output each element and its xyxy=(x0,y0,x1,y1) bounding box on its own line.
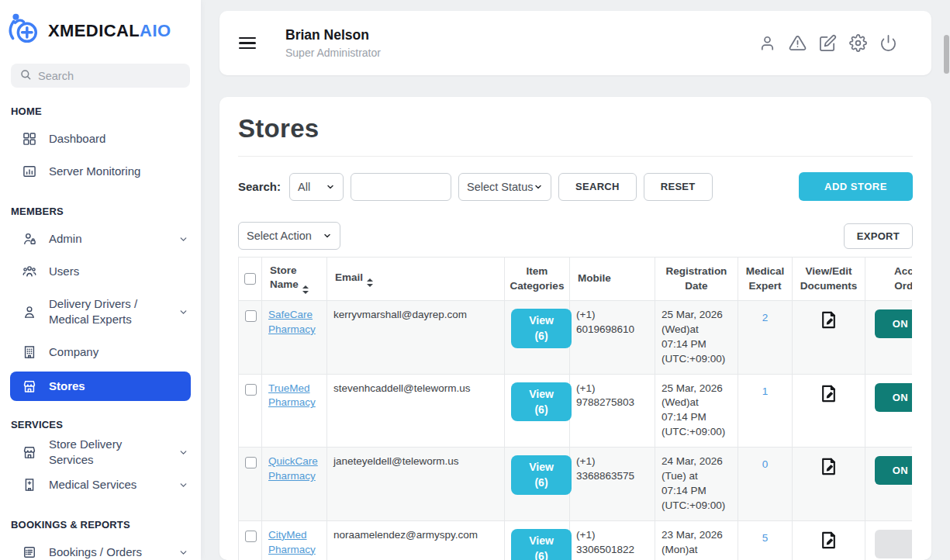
chevron-down-icon xyxy=(178,548,188,558)
reset-button[interactable]: RESET xyxy=(644,173,713,201)
table-row: TrueMed Pharmacy stevenhcaddell@teleworm… xyxy=(239,374,913,448)
add-store-button[interactable]: ADD STORE xyxy=(799,172,913,201)
registration-date-cell: 25 Mar, 2026 (Wed)at 07:14 PM (UTC:+09:0… xyxy=(655,301,738,375)
section-label-bookings: BOOKINGS & REPORTS xyxy=(11,519,190,531)
mobile-cell: (+1) 3368863575 xyxy=(570,448,655,521)
profile-icon[interactable] xyxy=(758,34,776,52)
store-name-link[interactable]: SafeCare Pharmacy xyxy=(268,309,316,335)
edit-documents-icon[interactable] xyxy=(818,309,839,335)
registration-date-cell: 24 Mar, 2026 (Tue) at 07:14 PM (UTC:+09:… xyxy=(655,448,738,521)
column-header-store-name[interactable]: Store Name xyxy=(262,258,327,301)
chevron-down-icon xyxy=(178,448,188,458)
sidebar-item-bookings-orders[interactable]: Bookings / Orders xyxy=(0,536,201,560)
select-all-checkbox[interactable] xyxy=(244,273,256,285)
column-header-email[interactable]: Email xyxy=(327,258,505,301)
export-button[interactable]: EXPORT xyxy=(844,223,913,249)
user-name: Brian Nelson xyxy=(285,27,381,43)
column-header-medical-expert: Medical Expert xyxy=(738,258,793,301)
sidebar-item-medical-services[interactable]: Medical Services xyxy=(0,468,201,501)
sidebar-search-input[interactable] xyxy=(38,70,181,82)
mobile-cell: (+1) 9788275803 xyxy=(570,374,655,448)
brand-name: XMEDICALAIO xyxy=(48,21,171,41)
accept-orders-toggle[interactable]: ON xyxy=(875,456,912,485)
stores-table: Store Name Email Item Categories Mobile … xyxy=(238,257,912,560)
section-label-services: SERVICES xyxy=(11,419,190,430)
email-cell: kerryvmarshall@dayrep.com xyxy=(327,301,505,375)
view-categories-button[interactable]: View (6) xyxy=(511,382,572,422)
edit-documents-icon[interactable] xyxy=(818,456,839,482)
view-categories-button[interactable]: View (6) xyxy=(511,529,572,560)
table-row: SafeCare Pharmacy kerryvmarshall@dayrep.… xyxy=(239,301,913,375)
medical-expert-link[interactable]: 2 xyxy=(762,312,769,323)
search-icon xyxy=(19,68,32,84)
sort-icon[interactable] xyxy=(302,285,309,294)
store-icon xyxy=(22,379,37,394)
store-name-link[interactable]: CityMed Pharmacy xyxy=(268,529,316,555)
accept-orders-toggle[interactable] xyxy=(875,530,912,558)
email-cell: janeteyeldell@teleworm.us xyxy=(327,448,505,521)
store-name-link[interactable]: QuickCare Pharmacy xyxy=(268,455,318,482)
admin-icon xyxy=(22,231,37,247)
sidebar-item-users[interactable]: Users xyxy=(0,255,201,288)
sort-icon[interactable] xyxy=(367,278,373,287)
edit-documents-icon[interactable] xyxy=(818,530,839,555)
top-header: Brian Nelson Super Administrator xyxy=(219,11,931,75)
email-cell: stevenhcaddell@teleworm.us xyxy=(327,374,505,448)
row-checkbox[interactable] xyxy=(245,310,257,322)
caret-down-icon xyxy=(326,182,335,192)
sidebar-item-admin[interactable]: Admin xyxy=(0,223,201,255)
accept-orders-toggle[interactable]: ON xyxy=(875,309,912,338)
sidebar-search[interactable] xyxy=(11,64,190,88)
logout-power-icon[interactable] xyxy=(879,34,897,52)
users-icon xyxy=(22,264,37,279)
search-label: Search: xyxy=(238,180,281,193)
sidebar-item-dashboard[interactable]: Dashboard xyxy=(0,123,201,155)
table-row: QuickCare Pharmacy janeteyeldell@telewor… xyxy=(239,448,913,521)
hospital-icon xyxy=(22,477,37,493)
chevron-down-icon xyxy=(178,480,188,490)
section-label-home: HOME xyxy=(11,105,190,117)
medical-expert-link[interactable]: 0 xyxy=(762,458,769,470)
medical-expert-link[interactable]: 1 xyxy=(762,385,769,397)
caret-down-icon xyxy=(534,182,543,192)
caret-down-icon xyxy=(323,231,332,240)
chevron-down-icon xyxy=(178,234,188,244)
sidebar-item-server-monitoring[interactable]: Server Monitoring xyxy=(0,155,201,188)
settings-gear-icon[interactable] xyxy=(849,34,867,52)
accept-orders-toggle[interactable]: ON xyxy=(875,383,912,412)
row-checkbox[interactable] xyxy=(245,457,257,468)
view-categories-button[interactable]: View (6) xyxy=(511,309,572,348)
brand-mark-icon xyxy=(6,12,42,50)
row-checkbox[interactable] xyxy=(245,384,257,396)
edit-log-icon[interactable] xyxy=(819,34,837,52)
menu-toggle-icon[interactable] xyxy=(239,34,257,52)
sidebar-item-store-delivery-services[interactable]: Store Delivery Services xyxy=(0,436,201,468)
store-icon xyxy=(22,444,37,460)
medical-expert-link[interactable]: 5 xyxy=(762,532,769,544)
column-header-registration-date: Registration Date xyxy=(655,258,738,301)
dashboard-icon xyxy=(22,131,37,147)
view-categories-button[interactable]: View (6) xyxy=(511,455,572,495)
divider xyxy=(238,156,913,157)
search-field-select[interactable]: All xyxy=(289,173,344,201)
row-checkbox[interactable] xyxy=(245,531,257,542)
search-button[interactable]: SEARCH xyxy=(558,173,637,201)
alerts-icon[interactable] xyxy=(789,34,807,52)
company-icon xyxy=(22,344,37,360)
page-scrollbar-thumb[interactable] xyxy=(944,35,949,74)
brand-logo[interactable]: XMEDICALAIO xyxy=(0,0,201,51)
bulk-action-select[interactable]: Select Action xyxy=(238,222,340,250)
edit-documents-icon[interactable] xyxy=(818,383,839,409)
monitoring-icon xyxy=(22,164,37,179)
page-title: Stores xyxy=(238,114,913,143)
mobile-cell: (+1) 6019698610 xyxy=(570,301,655,375)
registration-date-cell: 25 Mar, 2026 (Wed)at 07:14 PM (UTC:+09:0… xyxy=(655,374,738,448)
sidebar-item-company[interactable]: Company xyxy=(0,336,201,368)
table-row: CityMed Pharmacy noraamelendez@armyspy.c… xyxy=(239,520,913,560)
store-name-link[interactable]: TrueMed Pharmacy xyxy=(268,382,316,409)
sidebar-item-stores[interactable]: Stores xyxy=(10,372,191,401)
status-select[interactable]: Select Status xyxy=(458,173,551,201)
sidebar-item-delivery-drivers[interactable]: Delivery Drivers / Medical Experts xyxy=(0,288,201,336)
column-header-select xyxy=(239,258,262,301)
search-keyword-input[interactable] xyxy=(351,173,451,201)
